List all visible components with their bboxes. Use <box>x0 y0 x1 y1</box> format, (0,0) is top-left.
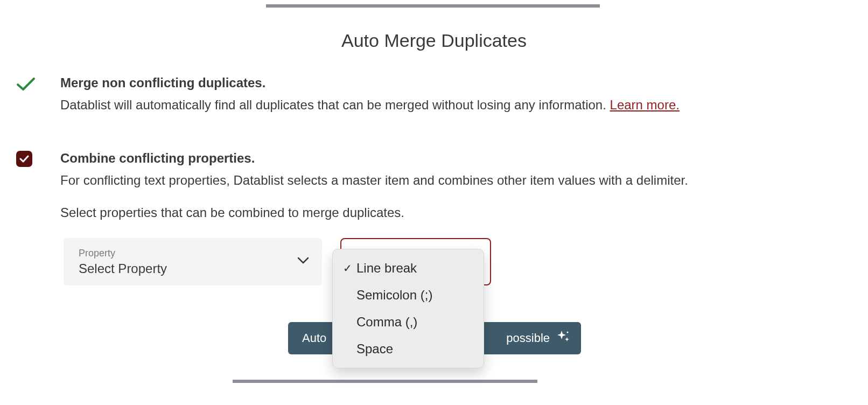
dropdown-item-space[interactable]: Space <box>333 336 484 362</box>
page-title: Auto Merge Duplicates <box>0 30 868 51</box>
dropdown-item-label: Space <box>356 341 393 357</box>
merge-nonconflicting-desc-text: Datablist will automatically find all du… <box>60 97 610 112</box>
auto-merge-right-text: possible <box>506 331 550 345</box>
svg-point-0 <box>567 332 569 333</box>
property-select-label: Property <box>79 248 311 259</box>
property-select[interactable]: Property Select Property <box>64 238 322 285</box>
horizontal-divider-bottom <box>233 380 537 383</box>
property-select-value: Select Property <box>79 261 311 276</box>
delimiter-dropdown-menu: ✓ Line break Semicolon (;) Comma (,) Spa… <box>332 249 484 368</box>
check-icon <box>16 76 36 92</box>
dropdown-item-label: Semicolon (;) <box>356 288 432 303</box>
dropdown-item-label: Comma (,) <box>356 315 417 330</box>
combine-conflicting-checkbox[interactable] <box>16 151 32 167</box>
horizontal-divider-top <box>266 4 600 8</box>
combine-select-hint: Select properties that can be combined t… <box>60 205 787 220</box>
dropdown-item-line-break[interactable]: ✓ Line break <box>333 255 484 282</box>
auto-merge-left-text: Auto <box>299 331 326 345</box>
merge-nonconflicting-heading: Merge non conflicting duplicates. <box>60 74 787 91</box>
learn-more-link[interactable]: Learn more. <box>610 97 680 112</box>
sparkle-icon <box>556 330 570 347</box>
checkmark-icon: ✓ <box>340 262 354 275</box>
dropdown-item-label: Line break <box>356 261 417 276</box>
chevron-down-icon <box>297 257 309 267</box>
combine-conflicting-desc: For conflicting text properties, Databli… <box>60 171 787 190</box>
dropdown-item-semicolon[interactable]: Semicolon (;) <box>333 282 484 309</box>
dropdown-item-comma[interactable]: Comma (,) <box>333 309 484 336</box>
merge-nonconflicting-desc: Datablist will automatically find all du… <box>60 95 787 115</box>
combine-conflicting-heading: Combine conflicting properties. <box>60 150 787 166</box>
